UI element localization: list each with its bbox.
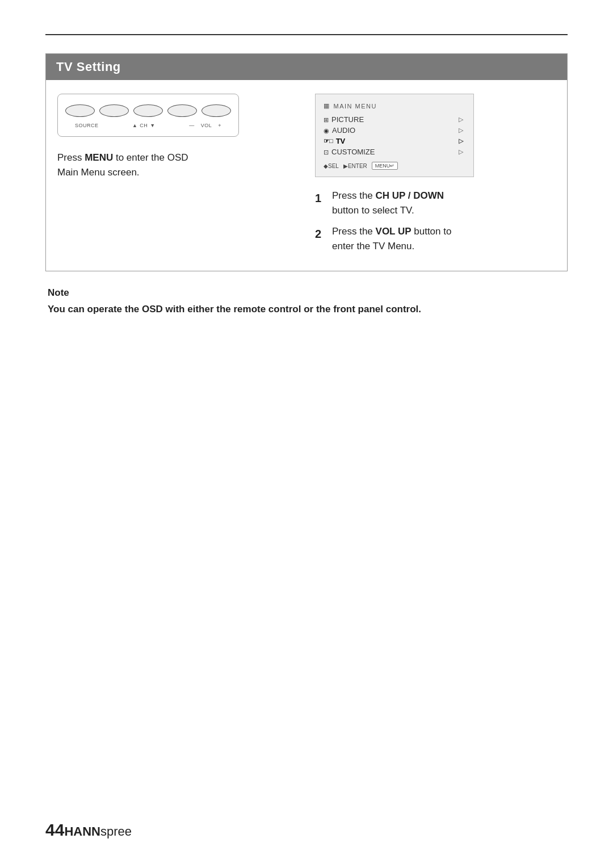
vol-label: VOL <box>201 123 212 128</box>
step-1-bold: CH UP / DOWN <box>376 190 444 201</box>
step-1-text: Press the CH UP / DOWN button to select … <box>332 188 444 219</box>
brand-bold: HANN <box>64 824 100 838</box>
left-column: SOURCE ▲ CH ▼ — VOL + <box>57 94 298 259</box>
step-2-pre: Press the <box>332 226 376 237</box>
tv-setting-header: TV Setting <box>46 54 567 80</box>
dash-label: — <box>189 123 195 128</box>
left-instr-line2: Main Menu screen. <box>57 167 140 178</box>
audio-arrow: ▷ <box>459 127 463 134</box>
step-2-bold: VOL UP <box>376 226 412 237</box>
tv-setting-box: TV Setting SOURCE ▲ <box>45 53 568 271</box>
step-1-number: 1 <box>315 188 326 208</box>
buttons-row <box>65 104 231 117</box>
tv-label: TV <box>336 137 346 145</box>
step-2-text: Press the VOL UP button to enter the TV … <box>332 224 451 254</box>
ch-down-arrow: ▼ <box>150 123 155 128</box>
osd-title-text: MAIN MENU <box>334 103 377 110</box>
picture-icon <box>324 115 329 124</box>
customize-arrow: ▷ <box>459 148 463 156</box>
step-2-line2: enter the TV Menu. <box>332 241 414 251</box>
osd-nav-row: ◆SEL ▶ENTER MENU↵ <box>324 162 463 170</box>
customize-label: CUSTOMIZE <box>331 148 375 156</box>
ch-label-group: ▲ CH ▼ <box>132 123 156 128</box>
osd-item-picture: PICTURE ▷ <box>324 114 463 125</box>
osd-item-customize: CUSTOMIZE ▷ <box>324 146 463 157</box>
menu-icon <box>324 102 330 110</box>
step-2: 2 Press the VOL UP button to enter the T… <box>315 224 556 254</box>
left-instruction: Press MENU to enter the OSD Main Menu sc… <box>57 150 188 179</box>
step-1-line2: button to select TV. <box>332 205 414 216</box>
menu-bold: MENU <box>85 152 113 163</box>
right-column: MAIN MENU PICTURE ▷ AUDIO <box>315 94 556 259</box>
brand-name: HANNspree <box>64 824 132 839</box>
footer: 44 HANNspree <box>45 820 132 840</box>
picture-label: PICTURE <box>331 115 364 124</box>
note-title: Note <box>48 287 565 299</box>
page-container: TV Setting SOURCE ▲ <box>0 0 613 868</box>
top-divider <box>45 34 568 35</box>
steps-container: 1 Press the CH UP / DOWN button to selec… <box>315 188 556 259</box>
step-2-post: button to <box>412 226 452 237</box>
audio-icon <box>324 126 329 135</box>
brand-light: spree <box>100 824 132 838</box>
sel-nav: ◆SEL <box>324 163 339 169</box>
left-instr-post: to enter the OSD <box>113 152 188 163</box>
enter-nav: ▶ENTER <box>343 163 367 169</box>
menu-nav: MENU↵ <box>372 162 398 170</box>
tv-setting-title: TV Setting <box>56 60 121 74</box>
step-1: 1 Press the CH UP / DOWN button to selec… <box>315 188 556 219</box>
note-body: You can operate the OSD with either the … <box>48 302 565 317</box>
picture-arrow: ▷ <box>459 116 463 123</box>
osd-item-audio: AUDIO ▷ <box>324 125 463 136</box>
device-panel: SOURCE ▲ CH ▼ — VOL + <box>57 94 239 137</box>
step-1-pre: Press the <box>332 190 376 201</box>
osd-menu: MAIN MENU PICTURE ▷ AUDIO <box>315 94 474 177</box>
button-4 <box>167 104 197 117</box>
button-1 <box>65 104 95 117</box>
osd-item-tv: ☞□ TV ▷ <box>324 136 463 146</box>
customize-icon <box>324 148 329 156</box>
vol-label-group: — VOL + <box>189 123 221 128</box>
ch-label: CH <box>140 123 148 128</box>
osd-menu-title: MAIN MENU <box>324 102 463 110</box>
note-section: Note You can operate the OSD with either… <box>45 287 568 317</box>
audio-label: AUDIO <box>332 126 355 135</box>
left-instr-pre: Press <box>57 152 85 163</box>
button-2 <box>99 104 129 117</box>
page-number: 44 <box>45 820 64 840</box>
button-labels: SOURCE ▲ CH ▼ — VOL + <box>74 123 222 128</box>
step-2-number: 2 <box>315 224 326 244</box>
tv-icon: ☞□ <box>324 137 333 145</box>
source-label: SOURCE <box>75 123 99 128</box>
tv-arrow: ▷ <box>459 137 463 145</box>
plus-label: + <box>218 123 221 128</box>
button-5 <box>201 104 231 117</box>
ch-up-arrow: ▲ <box>132 123 137 128</box>
tv-setting-content: SOURCE ▲ CH ▼ — VOL + <box>46 80 567 271</box>
button-3 <box>133 104 163 117</box>
